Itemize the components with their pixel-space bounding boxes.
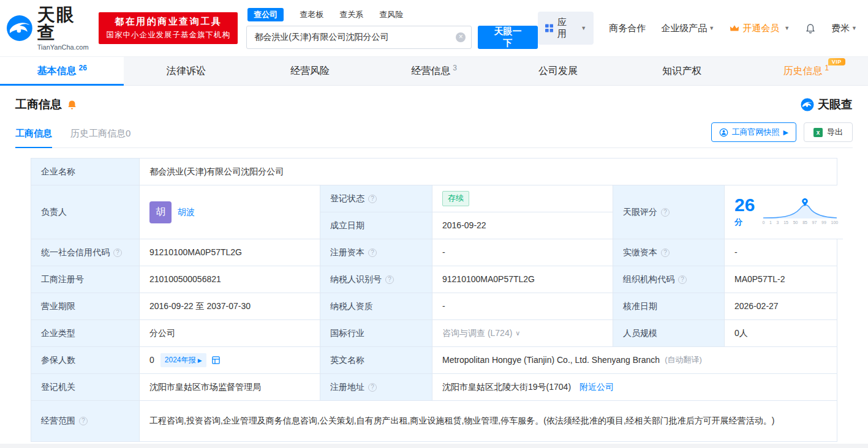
search-tab-relation[interactable]: 查关系	[339, 9, 363, 20]
row-business-term: 营业期限 2016-09-22 至 2037-07-30 纳税人资质 - 核准日…	[31, 293, 837, 320]
chevron-down-icon[interactable]: ∨	[515, 328, 520, 338]
export-button[interactable]: x 导出	[804, 122, 853, 142]
page-bottom-strip	[0, 444, 868, 448]
nav-open-vip[interactable]: 开通会员 ▼	[730, 23, 790, 34]
search-tabs: 查公司 查老板 查关系 查风险	[246, 8, 538, 21]
nav-enterprise-products[interactable]: 企业级产品 ▼	[661, 23, 714, 34]
taxpayer-quality-value: -	[432, 293, 613, 320]
company-name-value: 都会洪业(天津)有限公司沈阳分公司	[140, 159, 837, 185]
business-scope-value: 工程咨询,投资咨询,企业管理及商务信息咨询,公关策划,自有房产出租,商业设施租赁…	[140, 401, 837, 442]
help-icon[interactable]: ?	[385, 275, 394, 284]
tab-history-info[interactable]: 历史信息1 VIP	[744, 57, 868, 85]
annual-report-badge[interactable]: 2024年报 ▶	[160, 353, 206, 367]
brand-eye-icon	[801, 98, 814, 111]
grid-icon	[545, 24, 553, 32]
subscribe-bell-icon[interactable]	[67, 100, 77, 110]
banner-line1: 都在用的商业查询工具	[99, 16, 238, 28]
excel-icon: x	[813, 128, 823, 137]
tab-business-info[interactable]: 经营信息3	[372, 57, 496, 85]
search-button[interactable]: 天眼一下	[478, 26, 538, 49]
brand-watermark: 天眼查	[801, 97, 853, 113]
avatar[interactable]: 胡	[149, 201, 172, 223]
subtab-history-business-info[interactable]: 历史工商信息0	[70, 128, 130, 147]
field-label: 纳税人识别号?	[320, 266, 432, 293]
vip-badge: VIP	[828, 58, 845, 65]
field-label: 工商注册号	[31, 266, 140, 293]
search-input[interactable]	[247, 26, 471, 48]
field-label: 登记状态?	[320, 185, 432, 212]
help-icon[interactable]: ?	[678, 275, 687, 284]
search-tab-boss[interactable]: 查老板	[300, 9, 323, 20]
tab-business-risk[interactable]: 经营风险	[248, 57, 372, 85]
apps-menu[interactable]: 应用 ▼	[538, 12, 594, 45]
promo-banner: 都在用的商业查询工具 国家中小企业发展子基金旗下机构	[99, 12, 238, 44]
company-type-value: 分公司	[140, 320, 320, 347]
field-label: 参保人数	[31, 347, 140, 374]
field-label: 天眼评分?	[613, 185, 725, 239]
field-label: 实缴资本?	[613, 239, 725, 266]
help-icon[interactable]: ?	[113, 248, 122, 257]
logo-text: 天眼查	[37, 6, 94, 42]
header-nav: 应用 ▼ 商务合作 企业级产品 ▼ 开通会员 ▼ 费米 ▼	[538, 12, 857, 45]
subtabs-row: 工商信息 历史工商信息0 工商官网快照 ▶ x 导出	[15, 122, 853, 148]
field-label: 企业名称	[31, 159, 140, 185]
auto-translate-note: (自动翻译)	[665, 354, 702, 366]
help-icon[interactable]: ?	[368, 195, 377, 203]
field-label: 组织机构代码?	[613, 266, 725, 293]
help-icon[interactable]: ?	[368, 383, 377, 392]
field-label: 英文名称	[320, 347, 432, 374]
chevron-down-icon: ▼	[581, 25, 586, 31]
reg-address-value: 沈阳市皇姑区北陵大街19号(1704) 附近公司	[432, 374, 837, 401]
field-label: 企业类型	[31, 320, 140, 347]
search-area: 查公司 查老板 查关系 查风险 × 天眼一下	[246, 8, 538, 49]
tab-company-development[interactable]: 公司发展	[496, 57, 620, 85]
help-icon[interactable]: ?	[661, 208, 670, 217]
chevron-down-icon: ▼	[784, 25, 790, 31]
section-title: 工商信息	[15, 97, 62, 113]
logo-eye-icon	[6, 15, 33, 42]
tianyancha-logo[interactable]: 天眼查 TianYanCha.com	[6, 6, 94, 51]
arrow-right-icon: ▶	[783, 129, 788, 136]
nav-business-cooperation[interactable]: 商务合作	[609, 23, 646, 34]
field-label: 经营范围?	[31, 401, 140, 442]
section-header: 工商信息 天眼查	[15, 97, 853, 113]
row-reg-number: 工商注册号 210100500056821 纳税人识别号? 91210100MA…	[31, 266, 837, 293]
reg-capital-value: -	[432, 239, 613, 266]
status-badge: 存续	[442, 191, 469, 206]
banner-line2: 国家中小企业发展子基金旗下机构	[99, 30, 238, 40]
chevron-down-icon: ▼	[851, 25, 857, 31]
legal-rep-link[interactable]: 胡波	[178, 206, 195, 219]
subtab-business-info[interactable]: 工商信息	[15, 128, 52, 147]
field-label: 负责人	[31, 185, 140, 239]
help-icon[interactable]: ?	[79, 417, 88, 425]
annual-report-icon[interactable]	[211, 356, 221, 365]
nav-user[interactable]: 费米 ▼	[831, 23, 857, 34]
org-code-value: MA0P57TL-2	[725, 266, 837, 293]
insured-value: 0 2024年报 ▶	[140, 347, 320, 374]
field-label: 统一社会信用代码?	[31, 239, 140, 266]
field-label: 核准日期	[613, 293, 725, 320]
search-tab-company[interactable]: 查公司	[247, 8, 284, 21]
tab-basic-info[interactable]: 基本信息26	[0, 57, 124, 85]
business-info-table: 企业名称 都会洪业(天津)有限公司沈阳分公司 负责人 胡 胡波 登记状态? 存续…	[31, 158, 837, 442]
clear-icon[interactable]: ×	[456, 32, 466, 42]
reg-status-value: 存续	[432, 185, 613, 212]
snapshot-icon	[719, 128, 728, 137]
industry-value: 咨询与调查 (L724) ∨	[432, 320, 613, 347]
taxpayer-id-value: 91210100MA0P57TL2G	[432, 266, 613, 293]
nearby-companies-link[interactable]: 附近公司	[579, 381, 614, 394]
tab-intellectual-property[interactable]: 知识产权	[620, 57, 744, 85]
english-name-value: Metropolitan Hongye (Tianjin) Co., Ltd. …	[432, 347, 837, 374]
search-tab-risk[interactable]: 查风险	[379, 9, 403, 20]
field-label: 国标行业	[320, 320, 432, 347]
crown-icon	[730, 24, 739, 32]
help-icon[interactable]: ?	[661, 248, 670, 257]
help-icon[interactable]: ?	[368, 248, 377, 257]
notification-bell-icon[interactable]	[805, 23, 816, 34]
staff-size-value: 0人	[725, 320, 837, 347]
official-snapshot-button[interactable]: 工商官网快照 ▶	[711, 122, 796, 142]
score-axis: 0131550859799100	[762, 220, 838, 226]
field-label: 成立日期	[320, 212, 432, 239]
tab-legal-proceedings[interactable]: 法律诉讼	[124, 57, 247, 85]
chevron-down-icon: ▼	[709, 25, 714, 31]
